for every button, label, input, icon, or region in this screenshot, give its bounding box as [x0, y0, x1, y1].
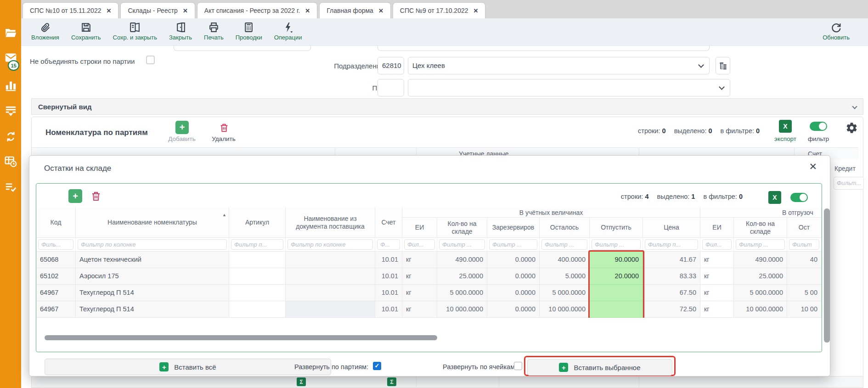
table-cell[interactable]: 67.50 — [643, 285, 700, 301]
column-header-10[interactable]: Цена — [643, 218, 700, 238]
table-cell[interactable]: кг — [700, 252, 734, 268]
filter-input-3[interactable] — [287, 239, 373, 250]
expand-cells-checkbox[interactable] — [514, 362, 522, 370]
toolbar-save-button[interactable]: Сохранить — [71, 22, 101, 41]
table-cell[interactable]: кг — [402, 285, 437, 301]
table-cell[interactable] — [286, 285, 375, 301]
table-cell[interactable]: 0.0000 — [487, 285, 540, 301]
table-cell[interactable]: кг — [402, 301, 437, 318]
column-header-11[interactable]: ЕИ — [700, 218, 734, 238]
toolbar-calculator-button[interactable]: Проводки — [236, 22, 262, 41]
table-cell[interactable]: кг — [700, 285, 734, 301]
filter-toggle[interactable] — [790, 193, 808, 202]
column-header-3[interactable]: Наименование из документа поставщика — [286, 208, 375, 238]
table-cell[interactable]: 25.0000 — [437, 268, 487, 285]
table-cell[interactable]: кг — [402, 252, 437, 268]
tab-4[interactable]: СПС №9 от 17.10.2022✕ — [393, 2, 486, 18]
sync-icon[interactable] — [5, 130, 17, 143]
table-cell[interactable]: 83.33 — [643, 268, 700, 285]
no-merge-checkbox[interactable] — [146, 56, 155, 64]
table-cell[interactable] — [787, 268, 822, 285]
close-icon[interactable]: ✕ — [106, 7, 111, 14]
column-header-8[interactable]: Осталось — [540, 218, 590, 238]
table-cell[interactable]: 10.01 — [375, 268, 402, 285]
column-header-1[interactable]: Наименование номенклатуры▲ — [76, 208, 229, 238]
close-icon[interactable]: ✕ — [378, 7, 383, 14]
filter-input-8[interactable] — [541, 239, 587, 250]
table-cell[interactable]: 10.01 — [375, 301, 402, 318]
close-icon[interactable]: ✕ — [305, 7, 310, 14]
table-cell[interactable]: 10.01 — [375, 285, 402, 301]
column-header-4[interactable]: Счет — [375, 208, 402, 238]
column-header-12[interactable]: Кол-во на складе — [734, 218, 787, 238]
table-cell[interactable]: кг — [700, 301, 734, 318]
table-cell[interactable]: 0.0000 — [487, 268, 540, 285]
table-cell[interactable]: кг — [700, 268, 734, 285]
table-cell[interactable] — [590, 301, 643, 318]
filter-input-2[interactable] — [231, 239, 283, 250]
filter-input-6[interactable] — [439, 239, 485, 250]
filter-input-11[interactable] — [702, 239, 732, 250]
sum-button[interactable]: Σ — [387, 377, 396, 386]
collapsed-view-bar[interactable]: Свернутый вид — [31, 98, 863, 115]
delete-row-button[interactable] — [217, 121, 231, 134]
tab-2[interactable]: Акт списания - Реестр за 2022 г.✕ — [197, 2, 317, 18]
filter-input-9[interactable] — [592, 239, 641, 250]
table-cell[interactable]: 5 000.0000 — [540, 285, 590, 301]
filter-input-0[interactable] — [38, 239, 73, 250]
table-cell[interactable] — [229, 252, 286, 268]
table-cell[interactable]: 10 000.0000 — [437, 301, 487, 318]
project-combo[interactable] — [408, 79, 730, 96]
table-cell[interactable] — [229, 285, 286, 301]
table-cell[interactable]: 64967 — [36, 285, 76, 301]
toolbar-printer-button[interactable]: Печать — [204, 22, 224, 41]
table-cell[interactable]: 490.0000 — [734, 252, 787, 268]
tab-0[interactable]: СПС №10 от 15.11.2022✕ — [23, 2, 118, 18]
column-header-0[interactable]: Код — [36, 208, 76, 238]
column-header-9[interactable]: Отпустить — [590, 218, 643, 238]
table-cell[interactable] — [229, 268, 286, 285]
toolbar-save-close-button[interactable]: Сохр. и закрыть — [113, 22, 157, 41]
table-cell[interactable] — [286, 268, 375, 285]
table-clock-icon[interactable] — [5, 155, 17, 168]
delete-row-button[interactable] — [90, 191, 101, 202]
gear-icon[interactable] — [845, 122, 858, 134]
table-cell[interactable]: 490.0000 — [437, 252, 487, 268]
table-cell[interactable]: 90.0000 — [590, 252, 643, 268]
table-cell[interactable]: 400.0000 — [540, 252, 590, 268]
tab-1[interactable]: Склады - Реестр✕ — [120, 2, 195, 18]
department-combo[interactable]: Цех клеев — [408, 57, 710, 74]
table-cell[interactable]: 5 000.0000 — [437, 285, 487, 301]
table-cell[interactable]: 0.0000 — [487, 301, 540, 318]
sum-button[interactable]: Σ — [297, 377, 306, 386]
table-cell[interactable] — [286, 301, 375, 318]
table-cell[interactable]: кг — [402, 268, 437, 285]
column-header-6[interactable]: Кол-во на складе — [437, 218, 487, 238]
column-header-13[interactable]: Ост — [787, 218, 822, 238]
vertical-scrollbar[interactable] — [824, 208, 830, 343]
table-cell[interactable]: 10.01 — [375, 252, 402, 268]
filter-input-7[interactable] — [489, 239, 537, 250]
table-cell[interactable]: 10 000.0000 — [540, 301, 590, 318]
excel-export-button[interactable]: X — [768, 191, 781, 204]
excel-export-button[interactable]: X — [779, 120, 792, 133]
close-icon[interactable]: ✕ — [809, 161, 817, 172]
close-icon[interactable]: ✕ — [183, 7, 188, 14]
table-cell[interactable]: 41.67 — [643, 252, 700, 268]
table-cell[interactable]: Аэросил 175 — [76, 268, 229, 285]
close-icon[interactable]: ✕ — [473, 7, 479, 14]
table-cell[interactable]: 20.0000 — [590, 268, 643, 285]
project-code-field[interactable] — [378, 79, 404, 96]
filter-input-13[interactable] — [789, 239, 819, 250]
column-header-5[interactable]: ЕИ — [402, 218, 437, 238]
table-cell[interactable] — [229, 301, 286, 318]
expand-batches-checkbox[interactable]: ✓ — [373, 362, 381, 370]
toolbar-lightning-button[interactable]: Операции — [274, 22, 302, 41]
table-cell[interactable] — [590, 285, 643, 301]
table-cell[interactable]: 40 — [787, 252, 822, 268]
filter-input-1[interactable] — [78, 239, 227, 250]
refresh-button[interactable]: Обновить — [823, 22, 850, 41]
table-cell[interactable]: 5 000.0000 — [734, 285, 787, 301]
filter-input-5[interactable] — [404, 239, 435, 250]
folder-open-icon[interactable] — [5, 27, 17, 39]
